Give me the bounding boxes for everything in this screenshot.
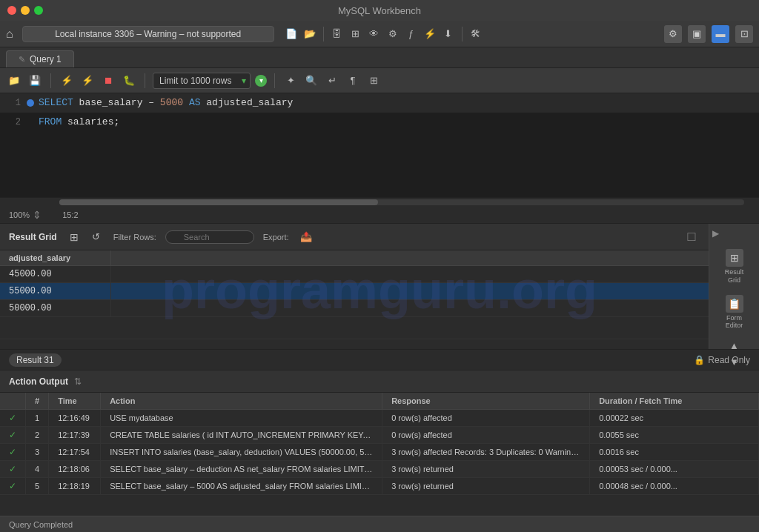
execute-current-icon[interactable]: ⚡	[79, 73, 96, 89]
limit-dropdown[interactable]: Limit to 10 rowsLimit to 100 rowsLimit t…	[153, 73, 251, 89]
row3-action: INSERT INTO salaries (base_salary, deduc…	[101, 444, 382, 461]
result-tab-bar: Result Grid ⊞ ↺ Filter Rows: Export: 📤 □	[0, 224, 709, 250]
action-table-header: # Time Action Response Duration / Fetch …	[0, 393, 759, 410]
sql-icon[interactable]: 🗄	[329, 26, 345, 42]
func-icon[interactable]: ƒ	[403, 26, 420, 42]
side-nav-arrows: ▲ ▼	[726, 337, 743, 370]
open-file-icon[interactable]: 📂	[302, 26, 318, 42]
zoom-arrows-icon[interactable]: ⇕	[33, 209, 42, 221]
layout-icon[interactable]: ▣	[688, 25, 706, 43]
result-grid-tab-label[interactable]: Result Grid	[9, 232, 57, 242]
search-icon[interactable]: 🔍	[303, 73, 319, 89]
export-icon[interactable]: 📤	[298, 229, 314, 245]
result-toolbar-icons: ⊞ ↺	[66, 229, 105, 245]
read-only-badge: 🔒 Read Only	[694, 355, 750, 365]
limit-ok-icon[interactable]: ▾	[255, 75, 267, 87]
sql-editor[interactable]: 1 SELECT base_salary – 5000 AS adjusted_…	[0, 93, 759, 197]
invisible-chars-icon[interactable]: ¶	[345, 73, 361, 89]
extra-icon[interactable]: ⊡	[735, 25, 753, 43]
save-icon[interactable]: 💾	[27, 73, 43, 89]
limit-dropdown-wrapper[interactable]: Limit to 10 rowsLimit to 100 rowsLimit t…	[153, 73, 251, 89]
row5-duration: 0.00048 sec / 0.000...	[590, 478, 759, 495]
row1-status: ✓	[0, 410, 26, 427]
action-output-table: # Time Action Response Duration / Fetch …	[0, 393, 759, 495]
row4-duration: 0.00053 sec / 0.000...	[590, 461, 759, 478]
minimize-button[interactable]	[21, 6, 30, 15]
row1-duration: 0.00022 sec	[590, 410, 759, 427]
sql-code-1: SELECT base_salary – 5000 AS adjusted_sa…	[39, 95, 293, 111]
import-icon[interactable]: ⬇	[440, 26, 457, 42]
col-duration: Duration / Fetch Time	[590, 393, 759, 410]
col-status	[0, 393, 26, 410]
row2-status: ✓	[0, 427, 26, 444]
beautify-icon[interactable]: ✦	[282, 73, 299, 89]
success-icon: ✓	[9, 413, 16, 423]
editor-status-bar: 100% ⇕ 15:2	[0, 206, 759, 224]
side-expand-icon[interactable]: ▶	[709, 228, 720, 239]
stop-icon[interactable]: ⏹	[100, 73, 116, 89]
open-folder-icon[interactable]: 📁	[6, 73, 22, 89]
proc-icon[interactable]: ⚙	[385, 26, 401, 42]
window-controls[interactable]	[7, 6, 43, 15]
debug-icon[interactable]: 🐛	[121, 73, 137, 89]
refresh-icon[interactable]: ↺	[88, 229, 105, 245]
form-editor-btn[interactable]: 📋 FormEditor	[714, 292, 755, 333]
panel-icon[interactable]: ▬	[712, 25, 729, 43]
row4-action: SELECT base_salary – deduction AS net_sa…	[101, 461, 382, 478]
settings-icon[interactable]: ⚙	[664, 25, 682, 43]
row5-response: 3 row(s) returned	[382, 478, 590, 495]
row1-action: USE mydatabase	[101, 410, 382, 427]
row3-status: ✓	[0, 444, 26, 461]
line-number-2: 2	[0, 114, 27, 130]
search-input[interactable]	[165, 230, 254, 244]
action-row: ✓ 2 12:17:39 CREATE TABLE salaries ( id …	[0, 427, 759, 444]
menu-bar: ⌂ Local instance 3306 – Warning – not su…	[0, 21, 759, 47]
management-icon[interactable]: 🛠	[468, 26, 484, 42]
success-icon: ✓	[9, 430, 16, 440]
sql-toolbar: 📁 💾 ⚡ ⚡ ⏹ 🐛 Limit to 10 rowsLimit to 100…	[0, 68, 759, 93]
status-text: Query Completed	[9, 520, 73, 529]
grid-view-icon[interactable]: ⊞	[66, 229, 82, 245]
side-panel: ▶ ⊞ ResultGrid 📋 FormEditor ▲ ▼	[709, 224, 759, 349]
sort-icon[interactable]: ⇅	[74, 376, 82, 387]
output-icon[interactable]: ⊞	[365, 73, 382, 89]
row5-time: 12:18:19	[49, 478, 101, 495]
form-editor-icon: 📋	[726, 295, 743, 313]
scrollbar-thumb[interactable]	[59, 199, 378, 205]
result-grid-side-label: ResultGrid	[725, 268, 744, 285]
result-status-bar: Result 31 🔒 Read Only	[0, 350, 759, 370]
action-row: ✓ 3 12:17:54 INSERT INTO salaries (base_…	[0, 444, 759, 461]
table-icon[interactable]: ⊞	[348, 26, 364, 42]
col-response: Response	[382, 393, 590, 410]
table-row[interactable]: 50000.00	[0, 300, 709, 317]
view-icon[interactable]: 👁	[366, 26, 382, 42]
row2-time: 12:17:39	[49, 427, 101, 444]
trigger-icon[interactable]: ⚡	[422, 26, 438, 42]
maximize-button[interactable]	[34, 6, 43, 15]
home-icon[interactable]: ⌂	[6, 27, 13, 41]
breakpoint-dot-1[interactable]	[27, 99, 34, 107]
word-wrap-icon[interactable]: ↵	[324, 73, 340, 89]
editor-scrollbar[interactable]	[0, 197, 759, 206]
new-file-icon[interactable]: 📄	[283, 26, 299, 42]
connection-label[interactable]: Local instance 3306 – Warning – not supp…	[22, 26, 274, 42]
form-editor-label: FormEditor	[726, 314, 743, 330]
zoom-value: 100%	[9, 210, 30, 219]
close-button[interactable]	[7, 6, 16, 15]
lock-icon: 🔒	[694, 355, 705, 365]
sql-line-2: 2 FROM salaries;	[0, 113, 759, 132]
row4-num: 4	[26, 461, 49, 478]
query-tab-1[interactable]: ✎ Query 1	[6, 50, 74, 67]
result-tab-bar-right: □	[683, 229, 700, 245]
col-num: #	[26, 393, 49, 410]
grid-header: adjusted_salary	[0, 250, 709, 266]
zoom-control[interactable]: 100% ⇕	[9, 209, 42, 221]
table-row[interactable]: 45000.00	[0, 266, 709, 283]
result-grid-side-btn[interactable]: ⊞ ResultGrid	[714, 246, 755, 287]
col-action: Action	[101, 393, 382, 410]
copy-grid-icon[interactable]: □	[683, 229, 700, 245]
table-row[interactable]: 55000.00	[0, 283, 709, 300]
export-label: Export:	[263, 233, 289, 242]
execute-icon[interactable]: ⚡	[59, 73, 75, 89]
nav-up-icon[interactable]: ▲	[726, 337, 743, 353]
